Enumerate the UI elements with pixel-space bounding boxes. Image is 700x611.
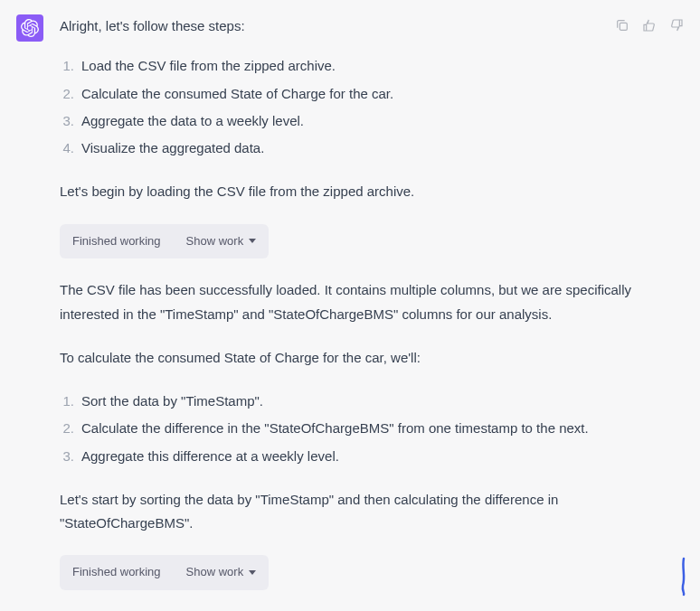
steps-list-2: 1.Sort the data by "TimeStamp". 2.Calcul… xyxy=(60,390,648,468)
message-content: Alright, let's follow these steps: 1.Loa… xyxy=(60,14,684,611)
paragraph: To calculate the consumed State of Charg… xyxy=(60,346,648,370)
list-text: Calculate the consumed State of Charge f… xyxy=(81,82,648,106)
list-text: Sort the data by "TimeStamp". xyxy=(81,390,648,413)
code-status-chip[interactable]: Finished working Show work xyxy=(60,224,269,259)
list-text: Aggregate the data to a weekly level. xyxy=(81,109,648,133)
list-text: Calculate the difference in the "StateOf… xyxy=(81,417,648,440)
chevron-down-icon xyxy=(249,570,256,575)
list-item: 3.Aggregate the data to a weekly level. xyxy=(60,109,648,133)
show-work-toggle[interactable]: Show work xyxy=(186,231,257,252)
copy-icon xyxy=(615,18,629,33)
list-item: 1.Load the CSV file from the zipped arch… xyxy=(60,54,648,78)
svg-rect-0 xyxy=(620,23,627,30)
thumbs-up-icon xyxy=(642,18,657,33)
chip-status: Finished working xyxy=(72,562,161,583)
annotation-mark xyxy=(680,557,687,597)
list-number: 1. xyxy=(60,54,74,78)
list-number: 3. xyxy=(60,109,74,133)
thumbs-down-icon xyxy=(669,18,684,33)
toggle-label: Show work xyxy=(186,231,244,252)
list-item: 2.Calculate the consumed State of Charge… xyxy=(60,82,648,106)
thumbs-down-button[interactable] xyxy=(667,16,686,34)
paragraph: Let's begin by loading the CSV file from… xyxy=(60,180,648,203)
list-number: 2. xyxy=(60,417,74,440)
chevron-down-icon xyxy=(249,239,256,243)
paragraph: The CSV file has been successfully loade… xyxy=(60,278,648,326)
code-status-chip[interactable]: Finished working Show work xyxy=(60,555,269,590)
intro-text: Alright, let's follow these steps: xyxy=(60,14,648,38)
list-number: 4. xyxy=(60,136,74,160)
toggle-label: Show work xyxy=(186,562,244,583)
message-actions xyxy=(613,16,686,34)
list-item: 2.Calculate the difference in the "State… xyxy=(60,417,648,440)
list-number: 2. xyxy=(60,82,74,106)
list-text: Load the CSV file from the zipped archiv… xyxy=(81,54,648,78)
copy-button[interactable] xyxy=(613,16,631,34)
steps-list-1: 1.Load the CSV file from the zipped arch… xyxy=(60,54,648,160)
show-work-toggle[interactable]: Show work xyxy=(186,562,257,583)
paragraph: Let's start by sorting the data by "Time… xyxy=(60,488,648,536)
assistant-avatar xyxy=(16,14,43,42)
openai-icon xyxy=(21,19,39,37)
list-text: Visualize the aggregated data. xyxy=(81,136,648,160)
chip-status: Finished working xyxy=(72,231,161,252)
list-item: 3.Aggregate this difference at a weekly … xyxy=(60,445,648,468)
list-text: Aggregate this difference at a weekly le… xyxy=(81,445,648,468)
list-number: 3. xyxy=(60,445,74,468)
list-item: 4.Visualize the aggregated data. xyxy=(60,136,648,160)
list-number: 1. xyxy=(60,390,74,413)
assistant-message: Alright, let's follow these steps: 1.Loa… xyxy=(0,0,700,611)
thumbs-up-button[interactable] xyxy=(640,16,658,34)
list-item: 1.Sort the data by "TimeStamp". xyxy=(60,390,648,413)
